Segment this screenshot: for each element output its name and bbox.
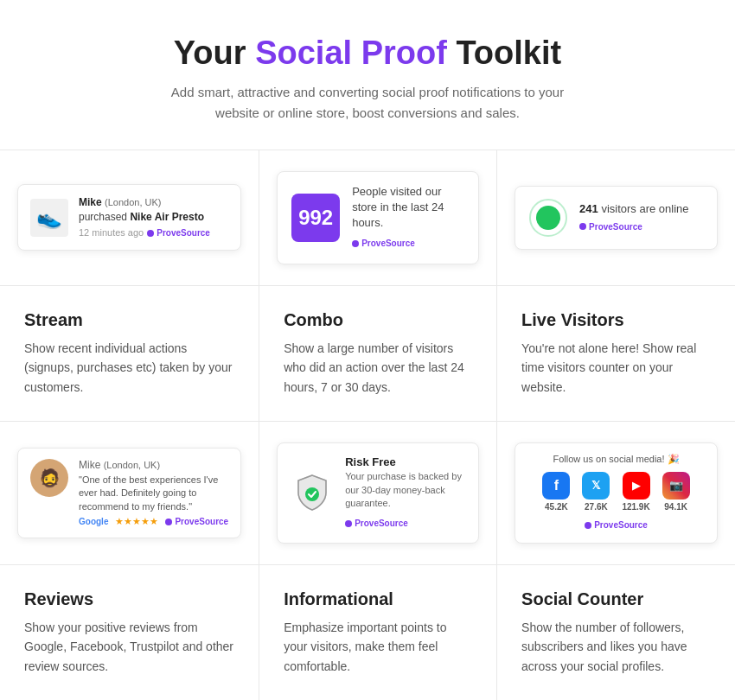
review-quote: "One of the best experiences I've ever h… — [79, 474, 228, 513]
combo-title: Combo — [284, 310, 472, 330]
social-footer: ProveSource — [527, 517, 705, 532]
info-text-block: Risk Free Your purchase is backed by our… — [345, 455, 464, 530]
review-content-block: Mike (London, UK) "One of the best exper… — [79, 459, 228, 527]
combo-description: People visited our store in the last 24 … — [352, 184, 464, 232]
stream-user-name: Mike — [79, 196, 102, 208]
youtube-item: ▶ 121.9K — [622, 472, 649, 512]
live-dot-icon — [536, 206, 560, 230]
info-title: Risk Free — [345, 455, 464, 468]
stream-notification: 👟 Mike (London, UK) purchased Nike Air P… — [17, 184, 241, 251]
social-icons-row: f 45.2K 𝕏 27.6K ▶ 121.9K 📷 94.1K — [527, 472, 705, 512]
ps-dot-icon — [147, 230, 154, 237]
instagram-count: 94.1K — [664, 502, 687, 512]
combo-text-block: People visited our store in the last 24 … — [352, 184, 464, 251]
social-counter-title: Social Counter — [521, 589, 711, 609]
instagram-item: 📷 94.1K — [662, 472, 690, 512]
live-visitor-label: visitors are online — [601, 202, 688, 215]
reviews-preview-cell: 🧔 Mike (London, UK) "One of the best exp… — [0, 422, 259, 565]
social-counter-notification: Follow us on social media! 🎉 f 45.2K 𝕏 2… — [514, 442, 718, 544]
page-header: Your Social Proof Toolkit Add smart, att… — [0, 0, 735, 150]
live-indicator — [529, 199, 567, 237]
combo-provider-badge: ProveSource — [352, 238, 415, 250]
live-title: Live Visitors — [521, 310, 711, 330]
twitter-icon: 𝕏 — [582, 472, 610, 500]
combo-preview-cell: 992 People visited our store in the last… — [259, 150, 497, 286]
informational-title: Informational — [284, 589, 472, 609]
live-text-block: 241 visitors are online ProveSource — [579, 202, 688, 232]
live-desc: You're not alone here! Show real time vi… — [521, 339, 711, 397]
reviews-title: Reviews — [24, 589, 234, 609]
ps-dot-icon — [352, 240, 359, 247]
page-subtitle: Add smart, attractive and converting soc… — [160, 82, 575, 124]
review-notification: 🧔 Mike (London, UK) "One of the best exp… — [17, 448, 241, 538]
stream-description-cell: Stream Show recent individual actions (s… — [0, 286, 259, 422]
live-visitor-count: 241 — [579, 202, 598, 215]
title-highlight: Social Proof — [255, 35, 447, 71]
review-stars: ★★★★★ — [115, 516, 158, 527]
svg-point-0 — [305, 487, 319, 501]
title-part1: Your — [174, 35, 255, 71]
review-footer: Google ★★★★★ ProveSource — [79, 516, 228, 527]
reviews-desc: Show your positive reviews from Google, … — [24, 618, 234, 676]
facebook-icon: f — [542, 472, 570, 500]
informational-desc: Emphasize important points to your visit… — [284, 618, 472, 676]
stream-time: 12 minutes ago ProveSource — [79, 226, 210, 239]
info-notification: Risk Free Your purchase is backed by our… — [277, 442, 479, 543]
ps-dot-icon — [345, 520, 352, 527]
social-counter-description-cell: Social Counter Show the number of follow… — [497, 565, 735, 700]
social-notif-title: Follow us on social media! 🎉 — [527, 454, 705, 465]
reviewer-name: Mike (London, UK) — [79, 459, 228, 471]
live-visitors-preview-cell: 241 visitors are online ProveSource — [497, 150, 735, 286]
combo-number: 992 — [291, 194, 340, 242]
product-image: 👟 — [30, 199, 68, 237]
reviews-description-cell: Reviews Show your positive reviews from … — [0, 565, 259, 700]
stream-title: Stream — [24, 310, 234, 330]
social-counter-desc: Show the number of followers, subscriber… — [521, 618, 711, 676]
instagram-icon: 📷 — [662, 472, 690, 500]
youtube-count: 121.9K — [622, 502, 649, 512]
info-provider-badge: ProveSource — [345, 519, 408, 528]
ps-dot-icon — [165, 519, 172, 525]
youtube-icon: ▶ — [623, 472, 650, 500]
google-badge: Google — [79, 517, 108, 526]
live-provider-badge: ProveSource — [579, 222, 642, 232]
shield-icon — [291, 472, 333, 513]
title-part2: Toolkit — [447, 35, 561, 71]
twitter-count: 27.6K — [585, 502, 608, 512]
reviewer-avatar: 🧔 — [30, 459, 68, 497]
twitter-item: 𝕏 27.6K — [582, 472, 610, 512]
live-description-cell: Live Visitors You're not alone here! Sho… — [497, 286, 735, 422]
social-provider-badge: ProveSource — [585, 520, 648, 530]
review-provider-badge: ProveSource — [165, 517, 228, 526]
ps-dot-icon — [579, 223, 586, 230]
page-title: Your Social Proof Toolkit — [17, 35, 718, 72]
informational-preview-cell: Risk Free Your purchase is backed by our… — [259, 422, 497, 565]
info-description: Your purchase is backed by our 30-day mo… — [345, 470, 464, 510]
social-counter-preview-cell: Follow us on social media! 🎉 f 45.2K 𝕏 2… — [497, 422, 735, 565]
stream-notif-text: Mike (London, UK) purchased Nike Air Pre… — [79, 195, 210, 239]
stream-provider-badge: ProveSource — [147, 227, 210, 239]
stream-preview-cell: 👟 Mike (London, UK) purchased Nike Air P… — [0, 150, 259, 286]
stream-product: Nike Air Presto — [130, 211, 204, 223]
reviewer-location: (London, UK) — [104, 460, 160, 470]
stream-user-location: (London, UK) — [105, 197, 161, 207]
combo-desc: Show a large number of visitors who did … — [284, 339, 472, 397]
stream-action: purchased — [79, 211, 127, 223]
facebook-item: f 45.2K — [542, 472, 570, 512]
ps-dot-icon — [585, 522, 591, 529]
features-grid: 👟 Mike (London, UK) purchased Nike Air P… — [0, 150, 735, 700]
facebook-count: 45.2K — [545, 502, 568, 512]
combo-description-cell: Combo Show a large number of visitors wh… — [259, 286, 497, 422]
live-visitors-notification: 241 visitors are online ProveSource — [514, 186, 718, 250]
combo-notification: 992 People visited our store in the last… — [277, 171, 479, 264]
stream-desc: Show recent individual actions (signups,… — [24, 339, 234, 397]
informational-description-cell: Informational Emphasize important points… — [259, 565, 497, 700]
